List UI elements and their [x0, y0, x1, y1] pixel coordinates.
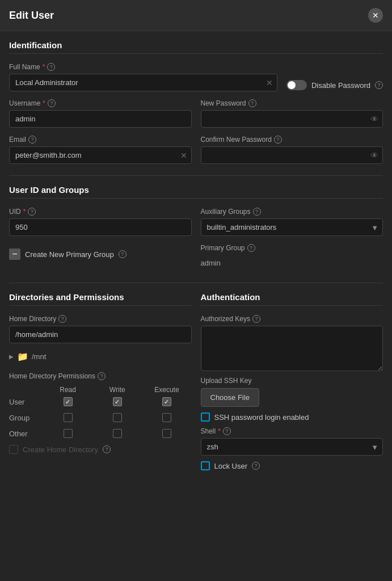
authorized-keys-group: Authorized Keys ? [201, 315, 383, 371]
other-write-checkbox[interactable] [113, 429, 122, 438]
group-execute-checkbox[interactable] [162, 413, 171, 422]
upload-ssh-key-group: Upload SSH Key Choose File [201, 377, 383, 407]
email-confirm-row: Email ? ✕ Confirm New Password ? [9, 136, 383, 164]
full-name-clear-icon[interactable]: ✕ [266, 78, 273, 87]
create-home-help-icon[interactable]: ? [103, 445, 111, 453]
auxiliary-groups-select[interactable]: builtin_administrators [201, 218, 383, 236]
other-permissions-row: Other [9, 429, 192, 438]
folder-icon: 📁 [17, 351, 28, 362]
new-password-eye-icon[interactable]: 👁 [370, 115, 378, 124]
dir-expand-icon[interactable]: ▶ [9, 353, 14, 360]
authorized-keys-textarea[interactable] [201, 326, 383, 371]
other-read-checkbox[interactable] [64, 429, 73, 438]
permissions-header: Read Write Execute [9, 386, 192, 394]
create-primary-group-label: Create New Primary Group [25, 250, 114, 259]
home-directory-input[interactable] [9, 326, 192, 343]
group-write-checkbox[interactable] [113, 413, 122, 422]
required-star-shell: * [218, 427, 221, 435]
required-star-uid: * [23, 208, 26, 216]
email-label: Email ? [9, 136, 192, 144]
full-name-label: Full Name * ? [9, 63, 277, 71]
choose-file-button[interactable]: Choose File [201, 388, 259, 407]
home-directory-help-icon[interactable]: ? [58, 315, 66, 323]
identification-section: Identification Full Name * ? ✕ [9, 40, 383, 164]
new-password-help-icon[interactable]: ? [248, 99, 256, 107]
full-name-help-icon[interactable]: ? [47, 63, 55, 71]
username-group: Username * ? [9, 99, 192, 128]
uid-help-icon[interactable]: ? [28, 208, 36, 216]
ssh-password-row: SSH password login enabled [201, 412, 383, 422]
auxiliary-groups-help-icon[interactable]: ? [253, 208, 261, 216]
group-read-col [43, 413, 92, 422]
minus-button[interactable]: − [9, 249, 20, 260]
username-label: Username * ? [9, 99, 192, 107]
authentication-section: Authentication Authorized Keys ? Upload … [201, 292, 383, 470]
confirm-password-group: Confirm New Password ? 👁 [201, 136, 383, 164]
uid-label: UID * ? [9, 208, 192, 216]
shell-select[interactable]: zsh bash sh nologin [201, 438, 383, 456]
other-perm-label: Other [9, 430, 43, 438]
email-clear-icon[interactable]: ✕ [180, 151, 187, 160]
full-name-input-wrapper: ✕ [9, 74, 277, 91]
email-help-icon[interactable]: ? [28, 136, 36, 144]
ssh-password-label: SSH password login enabled [214, 413, 309, 422]
create-group-primary-row: − Create New Primary Group ? Primary Gro… [9, 244, 383, 271]
authorized-keys-help-icon[interactable]: ? [252, 315, 260, 323]
dir-tree: ▶ 📁 /mnt [9, 348, 192, 365]
full-name-row: Full Name * ? ✕ Disable Password ? [9, 63, 383, 91]
modal-body: Identification Full Name * ? ✕ [0, 31, 392, 479]
full-name-input[interactable] [9, 74, 277, 91]
email-input[interactable] [9, 146, 192, 164]
email-input-wrapper: ✕ [9, 146, 192, 164]
authentication-title: Authentication [201, 292, 383, 306]
confirm-password-eye-icon[interactable]: 👁 [370, 151, 378, 160]
create-group-group: − Create New Primary Group ? [9, 244, 192, 271]
required-star: * [43, 63, 45, 71]
disable-password-toggle[interactable] [286, 80, 307, 90]
user-write-checkbox[interactable] [113, 397, 122, 406]
disable-password-help-icon[interactable]: ? [375, 81, 383, 89]
shell-help-icon[interactable]: ? [223, 427, 231, 435]
user-write-col [92, 397, 142, 406]
execute-header: Execute [142, 386, 191, 394]
uid-group: UID * ? [9, 208, 192, 236]
username-help-icon[interactable]: ? [48, 99, 56, 107]
username-input[interactable] [9, 110, 192, 128]
new-password-label: New Password ? [201, 99, 383, 107]
primary-group-label: Primary Group ? [201, 244, 383, 252]
other-read-col [43, 429, 92, 438]
required-star-username: * [43, 99, 45, 107]
directories-section: Directories and Permissions Home Directo… [9, 292, 192, 470]
create-group-help-icon[interactable]: ? [119, 250, 127, 258]
user-execute-col [142, 397, 191, 406]
new-password-input-wrapper: 👁 [201, 110, 383, 128]
read-header: Read [43, 386, 92, 394]
new-password-input[interactable] [201, 110, 383, 128]
create-home-checkbox[interactable] [9, 445, 18, 454]
primary-group-help-icon[interactable]: ? [247, 244, 255, 252]
primary-group-value: admin [201, 255, 383, 271]
auxiliary-groups-select-wrapper: builtin_administrators ▼ [201, 218, 383, 236]
lock-user-checkbox[interactable] [201, 461, 210, 470]
group-read-checkbox[interactable] [64, 413, 73, 422]
user-execute-checkbox[interactable] [162, 397, 171, 406]
uid-input[interactable] [9, 218, 192, 236]
group-execute-col [142, 413, 191, 422]
confirm-password-label: Confirm New Password ? [201, 136, 383, 144]
create-home-row: Create Home Directory ? [9, 445, 192, 454]
full-name-group: Full Name * ? ✕ [9, 63, 277, 91]
permissions-label: Home Directory Permissions ? [9, 372, 192, 380]
close-button[interactable]: ✕ [368, 8, 383, 23]
authorized-keys-label: Authorized Keys ? [201, 315, 383, 323]
other-execute-col [142, 429, 191, 438]
user-read-checkbox[interactable] [64, 397, 73, 406]
lock-user-help-icon[interactable]: ? [252, 462, 260, 470]
ssh-password-checkbox[interactable] [201, 412, 210, 422]
primary-group-group: Primary Group ? admin [201, 244, 383, 271]
confirm-password-help-icon[interactable]: ? [274, 136, 282, 144]
mnt-label: /mnt [32, 352, 46, 361]
confirm-password-input[interactable] [201, 146, 383, 164]
user-perm-label: User [9, 398, 43, 406]
permissions-help-icon[interactable]: ? [98, 372, 106, 380]
other-execute-checkbox[interactable] [162, 429, 171, 438]
